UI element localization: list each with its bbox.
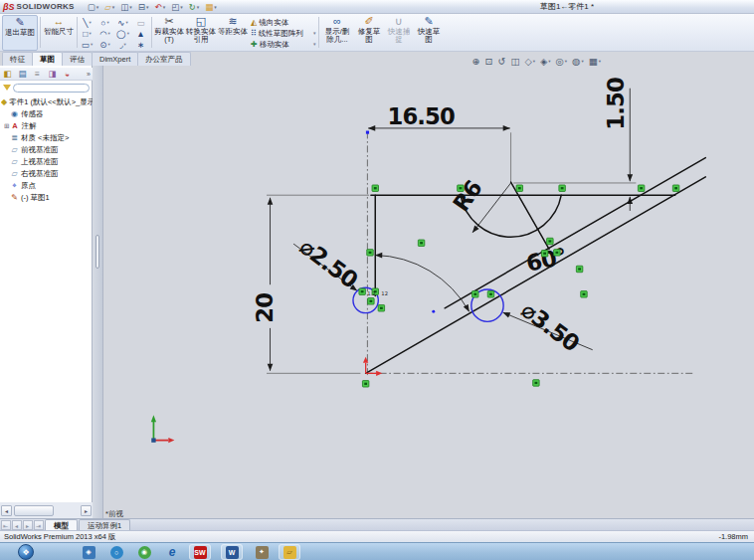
taskbar-solidworks[interactable]: SW bbox=[189, 544, 211, 560]
sketch-point[interactable] bbox=[366, 131, 369, 134]
tab-features[interactable]: 特征 bbox=[2, 52, 33, 66]
dim-height-label[interactable]: 20 bbox=[252, 293, 278, 323]
tab-nav-last[interactable]: ⇥ bbox=[34, 520, 44, 530]
exit-sketch-button[interactable]: ✎ 退出草图 bbox=[2, 15, 38, 51]
solidworks-logo-text: SOLIDWORKS bbox=[17, 2, 75, 11]
tab-nav-first[interactable]: ⇤ bbox=[1, 520, 11, 530]
tree-item-sensors[interactable]: ◉ 传感器 bbox=[10, 108, 93, 119]
panel-splitter[interactable] bbox=[93, 66, 103, 518]
tree-item-origin[interactable]: ⌖ 原点 bbox=[10, 180, 93, 191]
scroll-right-arrow[interactable]: ▸ bbox=[81, 505, 92, 516]
smart-dimension-button[interactable]: ↔ 智能尺寸 bbox=[42, 15, 76, 51]
polygon-tool[interactable]: ▲ bbox=[132, 28, 149, 39]
tree-item-annotations[interactable]: ⊞ A 注解 bbox=[4, 120, 87, 131]
tree-item-top-plane[interactable]: ▱ 上视基准面 bbox=[10, 156, 93, 167]
rebuild-icon: ↻ bbox=[189, 1, 196, 13]
corner-rectangle-tool[interactable]: □▾ bbox=[79, 28, 95, 39]
line-tool[interactable]: ╲▾ bbox=[79, 17, 95, 28]
feature-manager-tab-icon[interactable]: ◧ bbox=[0, 69, 15, 79]
dim-width-label[interactable]: 16.50 bbox=[387, 103, 455, 129]
tree-filter-row bbox=[1, 82, 92, 93]
dim-diameter-small-label[interactable]: ⌀2.50 bbox=[294, 233, 362, 292]
rapid-sketch-button[interactable]: ✎ 快速草图 bbox=[415, 15, 443, 51]
arc-tool[interactable]: ◠▾ bbox=[96, 28, 113, 39]
graphics-viewport[interactable]: 16.50 20 1.50 60° R6 ⌀2.50 ⌀3.50 1.2 12 bbox=[0, 66, 754, 520]
dim-angle-label[interactable]: 60° bbox=[524, 243, 569, 277]
sketch-line-perpendicular bbox=[511, 182, 549, 249]
solidworks-window: βS SOLIDWORKS ▢▾ ▱▾ ◫▾ ⊟▾ ↶▾ ◰▾ ↻▾ ▦▾ 草图… bbox=[0, 0, 754, 560]
tab-nav-prev[interactable]: ◂ bbox=[12, 520, 22, 530]
scrollbar-thumb[interactable] bbox=[14, 505, 54, 516]
print-button[interactable]: ⊟▾ bbox=[136, 1, 151, 13]
tab-office-products[interactable]: 办公室产品 bbox=[137, 52, 191, 66]
mirror-entities-button[interactable]: ◭ 镜向实体 bbox=[251, 17, 312, 28]
offset-entities-button[interactable]: ≋ 等距实体 bbox=[218, 15, 248, 51]
move-entities-button[interactable]: ✚ 移动实体 bbox=[251, 39, 312, 50]
part-icon: ◆ bbox=[1, 97, 7, 106]
display-delete-relations-button[interactable]: ∞ 显示/删除几... bbox=[321, 15, 353, 51]
origin-marker[interactable] bbox=[363, 357, 382, 376]
repair-sketch-button[interactable]: ✐ 修复草图 bbox=[355, 15, 383, 51]
open-button[interactable]: ▱▾ bbox=[102, 1, 116, 13]
tree-item-front-plane[interactable]: ▱ 前视基准面 bbox=[10, 144, 93, 155]
tab-sketch[interactable]: 草图 bbox=[32, 52, 63, 66]
dimxpert-manager-tab-icon[interactable]: ◨ bbox=[45, 69, 60, 79]
new-document-button[interactable]: ▢▾ bbox=[86, 1, 101, 13]
tab-evaluate[interactable]: 评估 bbox=[62, 52, 93, 66]
rebuild-button[interactable]: ↻▾ bbox=[187, 1, 202, 13]
pattern-flyout-caret[interactable]: ▾ bbox=[313, 30, 316, 36]
configuration-manager-tab-icon[interactable]: ≡ bbox=[30, 69, 45, 79]
fillet-tool[interactable]: ◞▾ bbox=[114, 39, 131, 50]
options-button[interactable]: ▦▾ bbox=[203, 1, 219, 13]
trim-entities-button[interactable]: ✂ 剪裁实体(T) bbox=[154, 15, 184, 51]
move-flyout-caret[interactable]: ▾ bbox=[313, 41, 316, 47]
solidworks-logo: βS SOLIDWORKS bbox=[3, 2, 75, 12]
taskbar-explorer[interactable]: ▱ bbox=[279, 544, 300, 560]
tab-nav-next[interactable]: ▸ bbox=[23, 520, 33, 530]
tree-item-right-plane[interactable]: ▱ 右视基准面 bbox=[10, 168, 93, 179]
tree-horizontal-scrollbar[interactable]: ◂ ▸ bbox=[0, 502, 93, 518]
dim-diameter-large-label[interactable]: ⌀3.50 bbox=[516, 296, 584, 356]
taskbar-app-7[interactable]: ✦ bbox=[251, 544, 273, 560]
sketch-point-blue[interactable] bbox=[432, 310, 435, 313]
splitter-grip[interactable] bbox=[95, 235, 99, 269]
model-tab[interactable]: 模型 bbox=[45, 519, 78, 530]
property-manager-tab-icon[interactable]: ▤ bbox=[15, 69, 30, 79]
expand-icon[interactable]: ⊞ bbox=[4, 122, 9, 130]
convert-entities-button[interactable]: ◱ 转换实体引用 bbox=[186, 15, 216, 51]
tree-item-material[interactable]: ≣ 材质 <未指定> bbox=[10, 132, 93, 143]
taskbar-app-3[interactable]: ◉ bbox=[133, 544, 155, 560]
perimeter-circle-tool[interactable]: ⊙▾ bbox=[96, 39, 113, 50]
spline-tool[interactable]: ∿▾ bbox=[114, 17, 131, 28]
select-button[interactable]: ◰▾ bbox=[169, 1, 185, 13]
ellipse-tool[interactable]: ◯▾ bbox=[114, 28, 131, 39]
taskbar-app-1[interactable]: ◈ bbox=[78, 544, 99, 560]
undo-button[interactable]: ↶▾ bbox=[153, 1, 168, 13]
motion-study-tab[interactable]: 运动算例1 bbox=[79, 519, 130, 530]
dim-offset-label[interactable]: 1.50 bbox=[603, 78, 629, 130]
save-button[interactable]: ◫▾ bbox=[118, 1, 134, 13]
scroll-left-arrow[interactable]: ◂ bbox=[1, 505, 12, 516]
dimension-lines[interactable] bbox=[271, 89, 631, 371]
tree-item-sketch1[interactable]: ✎ (-) 草图1 bbox=[10, 192, 93, 203]
taskbar-internet-explorer[interactable]: e bbox=[161, 544, 183, 560]
slot-icon: ▭ bbox=[82, 40, 90, 50]
start-button[interactable]: ❖ bbox=[18, 544, 34, 560]
slot-tool[interactable]: ▭▾ bbox=[79, 39, 95, 50]
dim-radius-label[interactable]: R6 bbox=[448, 176, 486, 217]
circle-icon: ○ bbox=[100, 18, 105, 28]
circle-tool[interactable]: ○▾ bbox=[96, 17, 113, 28]
constraint-markers[interactable] bbox=[359, 185, 679, 387]
point-tool[interactable]: ∗ bbox=[132, 39, 149, 50]
mirror-entities-icon: ◭ bbox=[251, 18, 257, 27]
taskbar-word[interactable]: W bbox=[221, 544, 243, 560]
taskbar-app-2[interactable]: ○ bbox=[105, 544, 127, 560]
quick-snaps-label: 快速捕捉 bbox=[385, 28, 413, 45]
tree-item-part-root[interactable]: ◆ 零件1 (默认<<默认>_显示状态 bbox=[1, 96, 93, 107]
tree-filter-input[interactable] bbox=[13, 84, 90, 93]
app-icon: ○ bbox=[110, 546, 123, 559]
display-manager-tab-icon[interactable]: ◒ bbox=[60, 69, 75, 79]
word-icon: W bbox=[226, 546, 239, 559]
feature-manager-panel: ◧ ▤ ≡ ◨ ◒ » ◆ 零件1 (默认<<默认>_显示状态 ◉ 传感器 ⊞ … bbox=[0, 66, 93, 502]
tab-dimxpert[interactable]: DimXpert bbox=[92, 52, 138, 66]
